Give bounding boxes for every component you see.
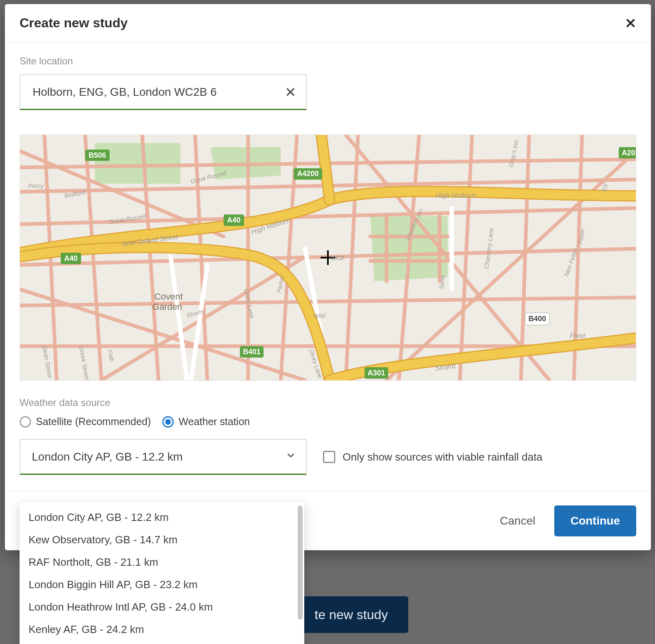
- radio-station-label: Weather station: [179, 416, 250, 428]
- site-location-label: Site location: [20, 55, 636, 67]
- svg-text:B506: B506: [89, 151, 106, 159]
- radio-satellite-label: Satellite (Recommended): [36, 416, 151, 428]
- station-option[interactable]: Kenley AF, GB - 24.2 km: [20, 618, 304, 641]
- svg-text:High Holborn: High Holborn: [436, 192, 476, 200]
- svg-text:A40: A40: [227, 216, 241, 224]
- map-view[interactable]: Percy Bedford Great Russell Great Russel…: [20, 135, 636, 381]
- svg-text:A201: A201: [622, 149, 636, 157]
- svg-text:A301: A301: [367, 369, 385, 377]
- svg-text:Gray's Inn: Gray's Inn: [507, 139, 520, 168]
- modal-body: Site location ✕: [5, 42, 651, 491]
- station-option[interactable]: Kew Observatory, GB - 14.7 km: [20, 529, 304, 551]
- station-option[interactable]: London Heathrow Intl AP, GB - 24.0 km: [20, 596, 304, 618]
- weather-source-label: Weather data source: [20, 397, 636, 408]
- svg-text:A40: A40: [64, 254, 77, 262]
- viable-rainfall-label: Only show sources with viable rainfall d…: [343, 451, 542, 463]
- svg-text:Covent: Covent: [155, 291, 183, 302]
- svg-text:Greek Street: Greek Street: [78, 345, 91, 380]
- station-option[interactable]: London Biggin Hill AP, GB - 23.2 km: [20, 573, 304, 596]
- svg-text:Serle: Serle: [438, 275, 446, 289]
- svg-text:Ely: Ely: [601, 183, 608, 192]
- weather-station-selected-value: London City AP, GB - 12.2 km: [32, 450, 183, 463]
- radio-weather-station[interactable]: Weather station: [162, 416, 250, 428]
- continue-button[interactable]: Continue: [554, 505, 636, 536]
- svg-text:Wild: Wild: [313, 312, 325, 319]
- map-center-label: WC2: [330, 254, 344, 261]
- background-button-label-fragment: te new study: [314, 607, 388, 622]
- svg-text:Garden: Garden: [153, 302, 182, 312]
- radio-dot-icon: [20, 416, 31, 428]
- create-study-modal: Create new study ✕ Site location ✕: [5, 4, 651, 550]
- svg-text:Great Russell: Great Russell: [108, 212, 146, 226]
- close-icon[interactable]: ✕: [625, 16, 636, 30]
- chevron-down-icon: [285, 450, 296, 463]
- svg-text:Dean Street: Dean Street: [41, 345, 54, 379]
- cancel-button[interactable]: Cancel: [500, 514, 536, 527]
- viable-rainfall-checkbox-wrap[interactable]: Only show sources with viable rainfall d…: [323, 451, 542, 463]
- clear-input-icon[interactable]: ✕: [285, 84, 296, 100]
- checkbox-icon[interactable]: [323, 451, 335, 463]
- svg-text:A4200: A4200: [297, 170, 319, 178]
- site-location-input[interactable]: [32, 85, 273, 99]
- site-location-field[interactable]: ✕: [20, 74, 307, 110]
- svg-text:Frith: Frith: [106, 349, 116, 362]
- modal-header: Create new study ✕: [5, 4, 651, 42]
- dropdown-scrollbar-thumb[interactable]: [298, 505, 303, 620]
- station-option[interactable]: RAF Northolt, GB - 21.1 km: [20, 551, 304, 573]
- weather-station-select[interactable]: London City AP, GB - 12.2 km: [20, 439, 307, 475]
- svg-text:Chancery Lane: Chancery Lane: [483, 227, 495, 269]
- svg-text:Percy: Percy: [28, 182, 44, 189]
- weather-source-radio-group: Satellite (Recommended) Weather station: [20, 416, 636, 428]
- modal-title: Create new study: [20, 15, 128, 31]
- svg-text:Parker: Parker: [275, 274, 285, 294]
- svg-text:B400: B400: [529, 315, 546, 323]
- svg-text:Fleet: Fleet: [570, 332, 586, 340]
- station-option[interactable]: London City AP, GB - 12.2 km: [20, 506, 304, 529]
- radio-satellite[interactable]: Satellite (Recommended): [20, 416, 151, 428]
- radio-dot-icon: [162, 416, 174, 428]
- svg-rect-0: [95, 143, 181, 184]
- svg-text:B401: B401: [243, 348, 261, 356]
- weather-station-dropdown[interactable]: London City AP, GB - 12.2 km Kew Observa…: [20, 502, 304, 644]
